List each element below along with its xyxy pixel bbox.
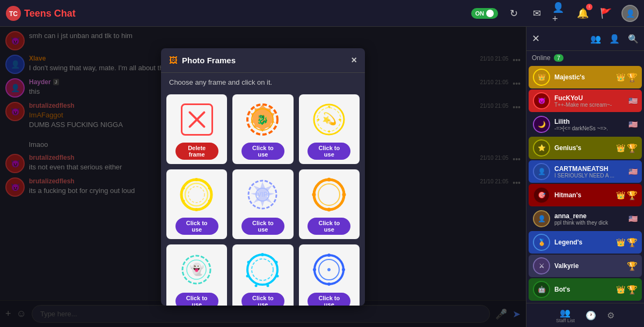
staff-list-label: Staff List [556, 318, 575, 323]
frame-svg-6 [312, 177, 347, 212]
svg-point-25 [318, 184, 340, 205]
sidebar-header: ✕ 👥 👤 🔍 [526, 27, 644, 51]
user-avatar-nav[interactable]: 👤 [621, 5, 639, 22]
trophy-icon: 🏆 [627, 143, 638, 153]
use-frame-button-5[interactable]: Click to use [241, 218, 284, 235]
svg-text:🐉: 🐉 [257, 114, 269, 125]
user-flags: 🇺🇸 [628, 96, 638, 105]
username: Lilith [554, 118, 624, 125]
top-nav: TC Teens Chat ON ↻ ✉ 👤+ 🔔 ! 🚩 👤 [0, 0, 644, 27]
use-frame-button-9[interactable]: Click to use [308, 293, 350, 306]
flag-icon: 🇺🇸 [628, 120, 638, 129]
sidebar-close-button[interactable]: ✕ [532, 33, 540, 44]
logo-text: Teens Chat [24, 8, 76, 19]
use-frame-button-7[interactable]: Click to use [175, 293, 218, 306]
svg-point-18 [195, 208, 198, 211]
frame-svg-5: VIP [245, 177, 280, 212]
nav-icons: ↻ ✉ 👤+ 🔔 ! 🚩 👤 [506, 5, 639, 22]
modal-close-button[interactable]: × [351, 55, 357, 66]
username: CARTMANEATSH [554, 165, 624, 173]
user-flags: 👑 🏆 [616, 72, 638, 83]
trophy-icon: 🏆 [627, 261, 638, 271]
user-flags: 👑 🏆 [616, 143, 638, 153]
sidebar-users: 👑 Majestic's 👑 🏆 😈 FucKYoU T++-Make me s… [526, 65, 644, 303]
svg-text:VIP: VIP [258, 191, 268, 198]
frame-preview: 👻 [178, 251, 216, 288]
frames-grid: Delete frame 🐉 [166, 94, 360, 306]
svg-point-47 [313, 268, 316, 271]
svg-point-28 [327, 207, 331, 211]
frame-svg-4 [179, 177, 214, 212]
user-flags: 🇺🇸 [628, 167, 638, 176]
trophy-icon: 🏆 [627, 72, 638, 83]
user-flags: 👑 🏆 [616, 237, 638, 248]
sidebar-item-hitmans[interactable]: 🎯 Hitman's 👑 🏆 [529, 184, 642, 206]
mail-icon[interactable]: ✉ [529, 6, 544, 21]
frame-svg-7: 👻 [179, 252, 214, 287]
sidebar-item-cartman[interactable]: 👤 CARTMANEATSH I SERIOUSLY NEED A ... 🇺🇸 [529, 160, 642, 183]
use-frame-button-2[interactable]: Click to use [241, 143, 284, 160]
sidebar-item-geniuss[interactable]: ⭐ Genius's 👑 🏆 [529, 137, 642, 159]
svg-point-36 [275, 261, 278, 263]
online-count-badge: 7 [554, 54, 564, 62]
avatar: 👑 [533, 69, 550, 86]
svg-point-44 [327, 254, 331, 257]
avatar: 👤 [533, 163, 550, 180]
frame-card-3: ✦ ✦ ✦ ✦ 💫 Click to use [299, 94, 360, 164]
sidebar-item-anna-rene[interactable]: 👤 anna_rene ppl think with they dick 🇺🇸 [529, 207, 642, 230]
sidebar-item-bots[interactable]: 🤖 Bot's 👑 🏆 [529, 278, 642, 301]
reload-icon[interactable]: ↻ [506, 6, 521, 21]
sidebar-search-icon[interactable]: 🔍 [628, 34, 639, 44]
notifications-icon[interactable]: 🔔 ! [575, 6, 590, 21]
staff-list-button[interactable]: 👥 Staff List [556, 308, 575, 323]
svg-point-34 [252, 259, 273, 280]
use-frame-button-6[interactable]: Click to use [308, 218, 350, 235]
flag-icon[interactable]: 🚩 [598, 6, 613, 21]
frame-preview: VIP [244, 176, 282, 213]
logo: TC Teens Chat [5, 5, 76, 21]
sidebar-group-icon[interactable]: 👥 [590, 34, 601, 44]
sidebar-item-valkyrie[interactable]: ⚔ Valkyrie 🏆 [529, 255, 642, 277]
user-status: I SERIOUSLY NEED A ... [554, 173, 624, 179]
add-user-icon[interactable]: 👤+ [552, 6, 567, 21]
use-frame-button-4[interactable]: Click to use [175, 218, 218, 235]
svg-text:✦: ✦ [338, 117, 342, 123]
modal-subtitle: Choose any frame and click on it. [161, 73, 365, 92]
sidebar: ✕ 👥 👤 🔍 Online 7 👑 Majestic's 👑 🏆 [526, 27, 644, 327]
user-status: -=>{<= darkNeSs ~=>. [554, 125, 624, 131]
svg-point-12 [181, 180, 211, 210]
frame-preview: ✦ ✦ ✦ ✦ 💫 [310, 101, 348, 138]
crown-icon: 👑 [616, 73, 625, 81]
use-frame-button-3[interactable]: Click to use [308, 143, 350, 160]
svg-text:TC: TC [9, 10, 18, 18]
frame-card-9: ● Click to use [299, 244, 360, 306]
notification-badge: ! [586, 4, 592, 10]
delete-frame-button[interactable]: Delete frame [175, 143, 218, 160]
toggle-switch[interactable]: ON [471, 8, 499, 19]
user-flags: 🇺🇸 [628, 120, 638, 129]
clock-icon[interactable]: 🕐 [586, 310, 596, 321]
settings-icon[interactable]: ⚙ [607, 310, 614, 321]
sidebar-item-majestics[interactable]: 👑 Majestic's 👑 🏆 [529, 66, 642, 88]
frame-card-4: Click to use [166, 169, 227, 239]
sidebar-user-icon[interactable]: 👤 [609, 34, 620, 44]
svg-point-26 [327, 177, 331, 181]
sidebar-item-fuckyou[interactable]: 😈 FucKYoU T++-Make me scream~- 🇺🇸 [529, 90, 642, 112]
use-frame-button-8[interactable]: Click to use [241, 293, 284, 306]
svg-point-19 [182, 199, 185, 202]
user-flags: 👑 🏆 [616, 285, 638, 295]
toggle-label: ON [475, 10, 485, 17]
sidebar-header-icons: 👥 👤 🔍 [590, 34, 639, 44]
trophy-icon: 🏆 [627, 190, 638, 200]
sidebar-item-legends[interactable]: 🏅 Legend's 👑 🏆 [529, 231, 642, 254]
avatar: ⭐ [533, 139, 550, 157]
modal-body: Delete frame 🐉 [161, 92, 365, 306]
avatar: 🏅 [533, 234, 550, 251]
svg-point-16 [208, 187, 211, 189]
frame-preview [178, 101, 216, 138]
sidebar-item-lilith[interactable]: 🌙 Lilith -=>{<= darkNeSs ~=>. 🇺🇸 [529, 113, 642, 136]
sidebar-footer: 👥 Staff List 🕐 ⚙ [526, 303, 644, 327]
svg-point-37 [276, 274, 279, 277]
main-layout: 😈 smh can i jst unban and tlk to him 👤 X… [0, 27, 644, 327]
flag-icon: 🇺🇸 [628, 167, 638, 176]
